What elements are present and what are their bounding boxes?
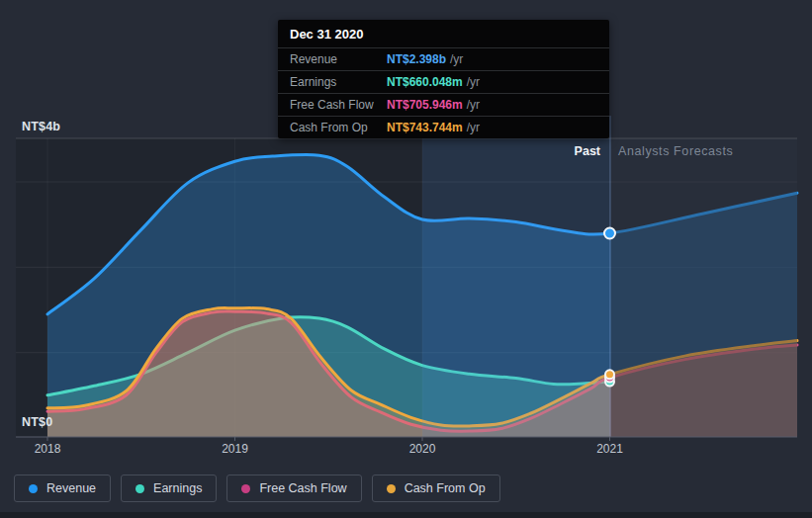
- tooltip-fcf-label: Free Cash Flow: [290, 98, 387, 112]
- tooltip-revenue-value: NT$2.398b: [387, 52, 446, 66]
- analysts-forecasts-section-label: Analysts Forecasts: [618, 144, 733, 158]
- cash-from-op-marker-dot: [605, 370, 614, 379]
- revenue-marker-dot: [604, 227, 615, 238]
- tooltip-row-earnings: Earnings NT$660.048m /yr: [278, 70, 609, 93]
- tooltip-cashop-label: Cash From Op: [290, 121, 387, 134]
- legend-revenue-label: Revenue: [46, 481, 96, 495]
- tooltip-fcf-unit: /yr: [467, 98, 480, 112]
- tooltip-earnings-label: Earnings: [290, 75, 387, 89]
- y-axis-min-label: NT$0: [22, 415, 52, 429]
- tooltip-cashop-unit: /yr: [467, 121, 480, 134]
- tooltip-row-cash-from-op: Cash From Op NT$743.744m /yr: [278, 116, 609, 138]
- x-tick-label-2018: 2018: [35, 442, 61, 456]
- x-tick-label-2019: 2019: [222, 442, 248, 456]
- chart-tooltip: Dec 31 2020 Revenue NT$2.398b /yr Earnin…: [278, 20, 609, 138]
- legend-toggle-revenue[interactable]: Revenue: [14, 475, 111, 502]
- tooltip-fcf-value: NT$705.946m: [387, 98, 463, 112]
- legend-toggle-earnings[interactable]: Earnings: [121, 475, 217, 502]
- y-axis-max-label: NT$4b: [22, 120, 60, 133]
- tooltip-revenue-label: Revenue: [290, 52, 387, 66]
- revenue-dot-icon: [29, 484, 38, 493]
- past-section-label: Past: [514, 144, 600, 158]
- tooltip-row-revenue: Revenue NT$2.398b /yr: [278, 47, 609, 70]
- x-tick-label-2020: 2020: [409, 442, 436, 456]
- x-tick-label-2021: 2021: [596, 442, 623, 456]
- free-cash-flow-dot-icon: [241, 484, 250, 493]
- tooltip-date: Dec 31 2020: [278, 20, 609, 47]
- legend-toggle-free-cash-flow[interactable]: Free Cash Flow: [226, 475, 361, 502]
- tooltip-earnings-unit: /yr: [467, 75, 480, 89]
- legend-earnings-label: Earnings: [153, 481, 202, 495]
- hover-highlight-band: [422, 138, 610, 437]
- tooltip-revenue-unit: /yr: [450, 52, 463, 66]
- tooltip-cashop-value: NT$743.744m: [387, 121, 463, 134]
- forecast-mute-overlay: [611, 138, 798, 437]
- earnings-revenue-history-chart: NT$4b NT$0 Past Analysts Forecasts 20182…: [0, 0, 812, 518]
- page-section-divider: [0, 512, 812, 518]
- legend-toggle-cash-from-op[interactable]: Cash From Op: [372, 475, 500, 502]
- legend-fcf-label: Free Cash Flow: [259, 481, 346, 495]
- cash-from-op-dot-icon: [387, 484, 396, 493]
- legend-cashop-label: Cash From Op: [405, 481, 486, 495]
- earnings-dot-icon: [135, 484, 144, 493]
- chart-legend: Revenue Earnings Free Cash Flow Cash Fro…: [14, 475, 500, 502]
- tooltip-row-free-cash-flow: Free Cash Flow NT$705.946m /yr: [278, 93, 609, 116]
- tooltip-earnings-value: NT$660.048m: [387, 75, 463, 89]
